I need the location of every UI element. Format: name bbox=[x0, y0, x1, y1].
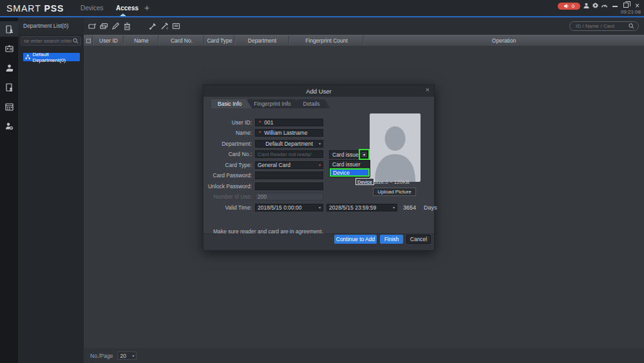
dialog-tabs: Basic Info Fingerprint Info Details bbox=[204, 99, 434, 108]
col-card-no[interactable]: Card No. bbox=[159, 35, 205, 46]
settings-gear-icon[interactable] bbox=[592, 2, 599, 9]
name-field[interactable]: *William Lastname bbox=[255, 129, 323, 137]
accent-divider bbox=[0, 16, 644, 17]
col-department[interactable]: Department bbox=[235, 35, 290, 46]
user-search-input[interactable] bbox=[570, 23, 629, 29]
app-logo: SMART PSS bbox=[6, 3, 64, 14]
department-list-title: Department List(0) bbox=[18, 17, 84, 34]
system-clock: 09:21:08 bbox=[621, 9, 641, 15]
col-user-id[interactable]: User ID bbox=[93, 35, 124, 46]
unlock-password-input[interactable] bbox=[258, 183, 321, 189]
valid-time-end-picker[interactable]: 2028/5/15 23:59:59▾ bbox=[327, 204, 397, 211]
chevron-down-icon: ▾ bbox=[319, 162, 321, 167]
user-toolbar bbox=[84, 17, 644, 35]
sidebar-item-schedule[interactable] bbox=[0, 99, 18, 114]
title-bar: SMART PSS Devices Access + 0 × 09:21:08 bbox=[0, 0, 644, 16]
department-select[interactable]: Default Department▾ bbox=[255, 140, 323, 148]
add-card-icon[interactable] bbox=[88, 22, 97, 30]
add-user-dialog: Add User × Basic Info Fingerprint Info D… bbox=[203, 84, 435, 251]
card-password-label: Card Password: bbox=[204, 172, 255, 179]
card-password-field[interactable] bbox=[255, 172, 323, 179]
tab-access[interactable]: Access bbox=[116, 5, 138, 12]
card-issuer-value: Card issuer bbox=[330, 152, 361, 158]
access-door-icon bbox=[5, 83, 14, 92]
col-fingerprint-count[interactable]: Fingerprint Count bbox=[290, 35, 364, 46]
user-id-field[interactable]: *001 bbox=[255, 119, 323, 126]
card-type-select[interactable]: General Card▾ bbox=[255, 161, 323, 169]
sidebar-item-console[interactable] bbox=[0, 21, 18, 37]
continue-to-add-button[interactable]: Continue to Add bbox=[334, 235, 377, 244]
dialog-close-icon[interactable]: × bbox=[426, 86, 430, 93]
card-issuer-select[interactable]: Card issuer ▾ bbox=[329, 150, 368, 159]
export-icon[interactable] bbox=[172, 22, 180, 30]
sidebar-item-access-log[interactable] bbox=[0, 79, 18, 95]
calendar-icon bbox=[5, 103, 14, 111]
option-device[interactable]: Device bbox=[330, 168, 370, 177]
department-search[interactable] bbox=[21, 36, 81, 46]
notification-count: 0 bbox=[572, 3, 574, 9]
module-rail bbox=[0, 17, 18, 363]
number-of-use-field: 200 bbox=[255, 193, 323, 201]
card-issue-icon[interactable] bbox=[149, 22, 157, 30]
tab-fingerprint-info[interactable]: Fingerprint Info bbox=[247, 99, 301, 108]
alarm-notification-badge[interactable]: 0 bbox=[558, 3, 580, 10]
upload-picture-button[interactable]: Upload Picture bbox=[373, 188, 416, 196]
card-issuer-dropdown-button[interactable]: ▾ bbox=[361, 151, 368, 158]
account-icon[interactable] bbox=[583, 2, 590, 9]
batch-add-icon[interactable] bbox=[100, 22, 108, 30]
valid-time-start-value: 2018/5/15 0:00:00 bbox=[258, 204, 302, 211]
col-card-type[interactable]: Card Type bbox=[205, 35, 235, 46]
reader-agreement-note: Make sure reader and card are in agreeme… bbox=[213, 228, 323, 235]
card-no-field[interactable] bbox=[255, 150, 323, 158]
user-settings-icon bbox=[5, 122, 14, 130]
unlock-password-field[interactable] bbox=[255, 182, 323, 190]
console-icon bbox=[5, 25, 14, 34]
chevron-down-icon: ▾ bbox=[319, 141, 321, 146]
sidebar-item-user[interactable] bbox=[0, 41, 18, 56]
fingerprint-collect-icon[interactable] bbox=[160, 22, 169, 30]
col-name[interactable]: Name bbox=[124, 35, 159, 46]
department-search-input[interactable] bbox=[21, 38, 73, 44]
required-mark: * bbox=[259, 130, 261, 136]
card-no-input[interactable] bbox=[258, 152, 321, 157]
edit-icon[interactable] bbox=[111, 22, 120, 30]
chevron-down-icon: ▾ bbox=[132, 354, 134, 358]
new-tab-button[interactable]: + bbox=[144, 3, 149, 13]
option-card-issuer[interactable]: Card issuer bbox=[330, 161, 370, 168]
card-password-input[interactable] bbox=[258, 173, 321, 179]
dialog-title: Add User bbox=[306, 88, 332, 95]
page-size-select[interactable]: 20 ▾ bbox=[117, 351, 137, 360]
chevron-down-icon: ▾ bbox=[393, 205, 395, 210]
select-all-checkbox-cell[interactable] bbox=[84, 35, 93, 46]
valid-time-start-picker[interactable]: 2018/5/15 0:00:00▾ bbox=[255, 204, 323, 211]
minimize-icon[interactable] bbox=[612, 6, 618, 7]
dashboard-gauge-icon[interactable] bbox=[601, 2, 608, 9]
name-value: William Lastname bbox=[264, 130, 307, 136]
tab-basic-info[interactable]: Basic Info bbox=[211, 99, 252, 108]
person-icon bbox=[5, 64, 14, 72]
id-card-icon bbox=[5, 44, 14, 53]
user-photo-placeholder[interactable] bbox=[370, 113, 421, 182]
tree-item-default-department[interactable]: Default Department(0) bbox=[23, 53, 80, 61]
sidebar-item-user-settings[interactable] bbox=[0, 118, 18, 133]
user-search[interactable] bbox=[569, 21, 639, 31]
checkbox-icon[interactable] bbox=[86, 39, 91, 43]
finish-button[interactable]: Finish bbox=[380, 235, 403, 244]
restore-icon[interactable] bbox=[623, 3, 629, 8]
col-operation[interactable]: Operation bbox=[364, 35, 644, 46]
cancel-button[interactable]: Cancel bbox=[406, 235, 431, 244]
dialog-title-bar[interactable]: Add User × bbox=[204, 85, 434, 97]
valid-time-label: Valid Time: bbox=[204, 204, 255, 211]
page-size-value: 20 bbox=[120, 353, 126, 359]
department-label: Department: bbox=[204, 141, 255, 147]
tab-devices[interactable]: Devices bbox=[80, 5, 104, 12]
card-type-value: General Card bbox=[258, 162, 290, 168]
valid-days-label: Days bbox=[424, 204, 437, 211]
card-type-label: Card Type: bbox=[204, 162, 255, 168]
tab-details[interactable]: Details bbox=[297, 99, 330, 108]
search-icon bbox=[629, 23, 634, 29]
valid-time-end-value: 2028/5/15 23:59:59 bbox=[329, 204, 376, 211]
name-label: Name: bbox=[204, 130, 255, 136]
sidebar-item-person[interactable] bbox=[0, 60, 18, 75]
delete-icon[interactable] bbox=[123, 22, 131, 30]
